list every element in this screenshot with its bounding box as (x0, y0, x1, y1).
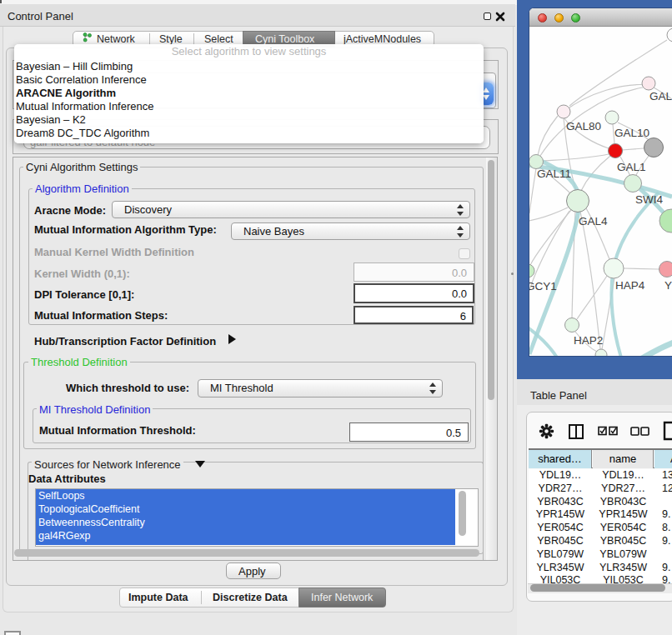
svg-text:GCY1: GCY1 (529, 280, 557, 292)
svg-text:SWI4: SWI4 (635, 193, 663, 206)
svg-text:HAP2: HAP2 (574, 334, 603, 347)
svg-text:Y: Y (664, 279, 672, 292)
svg-text:GAL7: GAL7 (649, 90, 672, 102)
svg-text:GAL1: GAL1 (617, 161, 646, 173)
svg-text:GAL4: GAL4 (579, 215, 608, 228)
svg-text:GAL80: GAL80 (566, 120, 601, 132)
svg-text:GAL10: GAL10 (614, 127, 649, 139)
svg-text:GAL11: GAL11 (537, 168, 571, 180)
svg-text:HAP4: HAP4 (615, 279, 645, 292)
